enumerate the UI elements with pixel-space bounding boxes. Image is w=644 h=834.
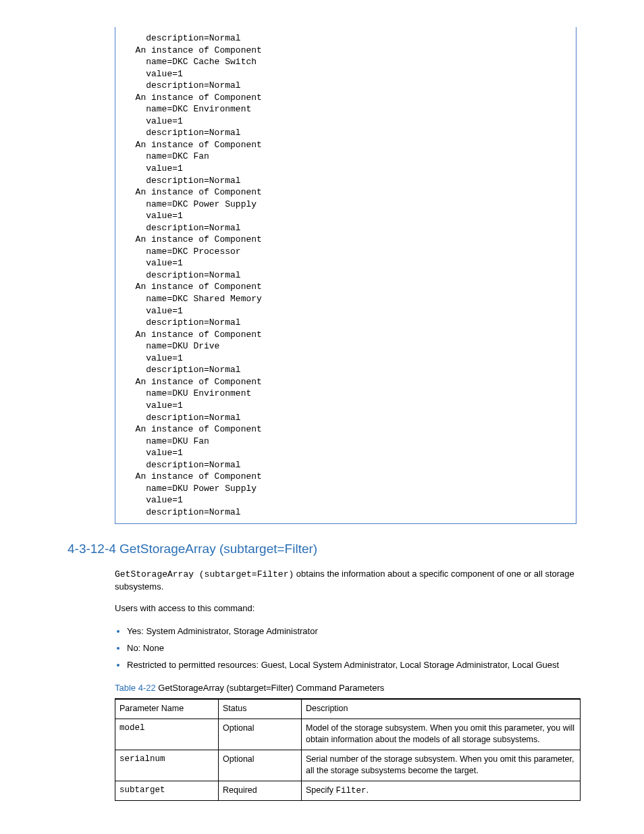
table-caption-rest: GetStorageArray (subtarget=Filter) Comma… bbox=[156, 683, 385, 693]
param-desc-cell: Specify Filter. bbox=[302, 781, 581, 801]
param-status-cell: Optional bbox=[219, 750, 302, 781]
table-row: model Optional Model of the storage subs… bbox=[115, 719, 581, 750]
parameters-table: Parameter Name Status Description model … bbox=[115, 698, 581, 801]
desc-prefix: Specify bbox=[306, 785, 336, 795]
intro-paragraph: GetStorageArray (subtarget=Filter) obtai… bbox=[115, 568, 576, 593]
list-item: Restricted to permitted resources: Guest… bbox=[127, 658, 576, 671]
param-desc-cell: Model of the storage subsystem. When you… bbox=[302, 719, 581, 750]
section-heading: 4-3-12-4 GetStorageArray (subtarget=Filt… bbox=[68, 540, 576, 558]
intro-mono: GetStorageArray (subtarget=Filter) bbox=[115, 569, 294, 579]
table-row: serialnum Optional Serial number of the … bbox=[115, 750, 581, 781]
table-row: subtarget Required Specify Filter. bbox=[115, 781, 581, 801]
param-name-cell: model bbox=[115, 719, 219, 750]
param-status-cell: Required bbox=[219, 781, 302, 801]
desc-suffix: . bbox=[366, 785, 368, 795]
col-header-status: Status bbox=[219, 699, 302, 719]
code-output-box: description=Normal An instance of Compon… bbox=[115, 27, 576, 524]
param-status-cell: Optional bbox=[219, 719, 302, 750]
list-item: No: None bbox=[127, 642, 576, 654]
access-bullet-list: Yes: System Administrator, Storage Admin… bbox=[115, 625, 576, 672]
desc-mono: Filter bbox=[336, 786, 366, 796]
param-name-cell: subtarget bbox=[115, 781, 219, 801]
table-header-row: Parameter Name Status Description bbox=[115, 699, 581, 719]
param-desc-cell: Serial number of the storage subsystem. … bbox=[302, 750, 581, 781]
table-caption: Table 4-22 GetStorageArray (subtarget=Fi… bbox=[115, 682, 576, 694]
col-header-parameter: Parameter Name bbox=[115, 699, 219, 719]
access-label: Users with access to this command: bbox=[115, 602, 576, 615]
col-header-description: Description bbox=[302, 699, 581, 719]
table-caption-prefix: Table 4-22 bbox=[115, 683, 156, 693]
param-name-cell: serialnum bbox=[115, 750, 219, 781]
list-item: Yes: System Administrator, Storage Admin… bbox=[127, 625, 576, 637]
